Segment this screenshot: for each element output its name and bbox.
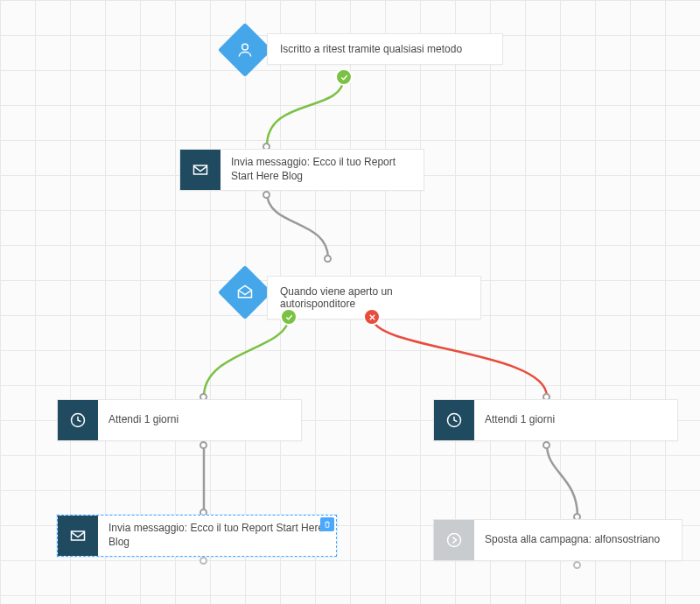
send-message-label: Invia messaggio: Ecco il tuo Report Star… [220,151,424,188]
envelope-icon [192,161,209,179]
clock-icon [69,411,87,429]
trigger-label: Iscritto a ritest tramite qualsiasi meto… [280,43,462,55]
success-badge-icon [335,68,353,86]
condition-label: Quando viene aperto un autorisponditore [280,285,393,310]
clock-icon [445,411,463,429]
trigger-node[interactable]: Iscritto a ritest tramite qualsiasi meto… [267,33,503,65]
condition-node[interactable]: Quando viene aperto un autorisponditore [267,276,481,320]
wait-node-yes[interactable]: Attendi 1 giorni [57,399,302,441]
trash-icon [323,520,332,529]
send-message-node-1[interactable]: Invia messaggio: Ecco il tuo Report Star… [179,149,424,191]
svg-rect-1 [194,165,207,174]
svg-rect-4 [72,531,85,540]
wait-node-no[interactable]: Attendi 1 giorni [433,399,678,441]
send-message-label: Invia messaggio: Ecco il tuo Report Star… [98,516,336,554]
move-campaign-node[interactable]: Sposta alla campagna: alfonsostriano [433,519,682,561]
envelope-open-icon [236,284,254,301]
svg-point-0 [242,44,248,50]
move-label: Sposta alla campagna: alfonsostriano [474,528,670,552]
wait-label: Attendi 1 giorni [98,408,189,432]
person-icon [236,41,254,59]
envelope-icon [69,527,87,544]
arrow-right-circle-icon [445,531,463,549]
svg-point-5 [448,534,461,547]
delete-node-button[interactable] [320,517,334,531]
workflow-canvas[interactable]: Iscritto a ritest tramite qualsiasi meto… [0,0,700,604]
trigger-diamond[interactable] [218,23,272,77]
send-message-node-2[interactable]: Invia messaggio: Ecco il tuo Report Star… [57,515,337,557]
condition-diamond[interactable] [218,265,272,320]
wait-label: Attendi 1 giorni [474,408,565,432]
